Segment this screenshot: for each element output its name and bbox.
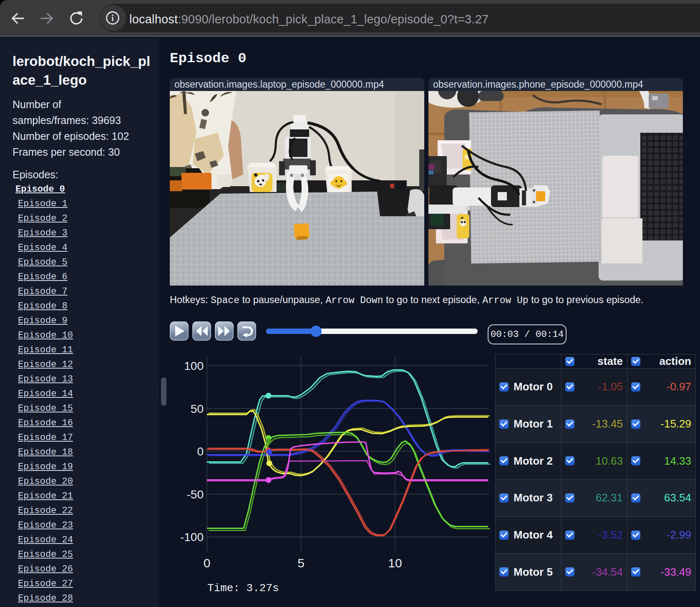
svg-text:10: 10 (388, 556, 402, 570)
svg-text:0: 0 (204, 556, 211, 570)
svg-text:-100: -100 (180, 531, 204, 544)
svg-text:5: 5 (297, 556, 305, 570)
svg-text:Time: 3.27s: Time: 3.27s (207, 582, 279, 594)
svg-text:-50: -50 (187, 488, 204, 501)
svg-text:50: 50 (191, 402, 204, 415)
svg-text:0: 0 (197, 445, 204, 458)
svg-text:100: 100 (184, 359, 204, 372)
